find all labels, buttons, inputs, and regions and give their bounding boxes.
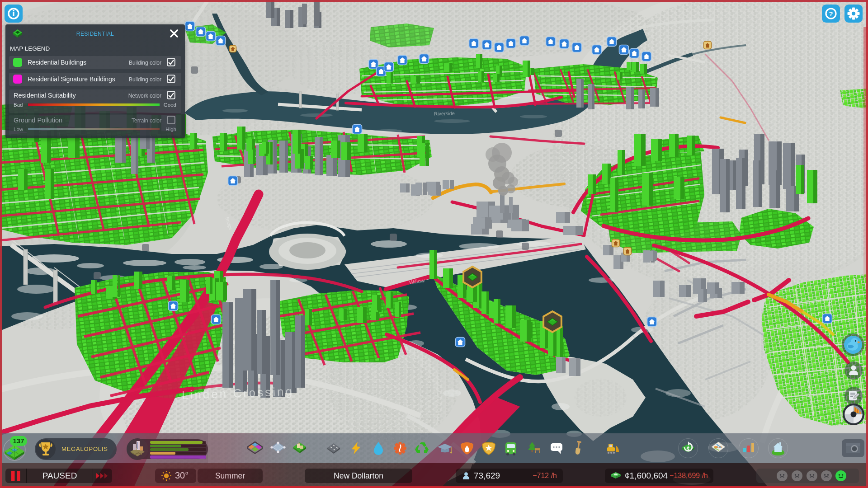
svg-text:?: ? xyxy=(829,10,833,18)
svg-text:Riverside: Riverside xyxy=(434,111,455,117)
